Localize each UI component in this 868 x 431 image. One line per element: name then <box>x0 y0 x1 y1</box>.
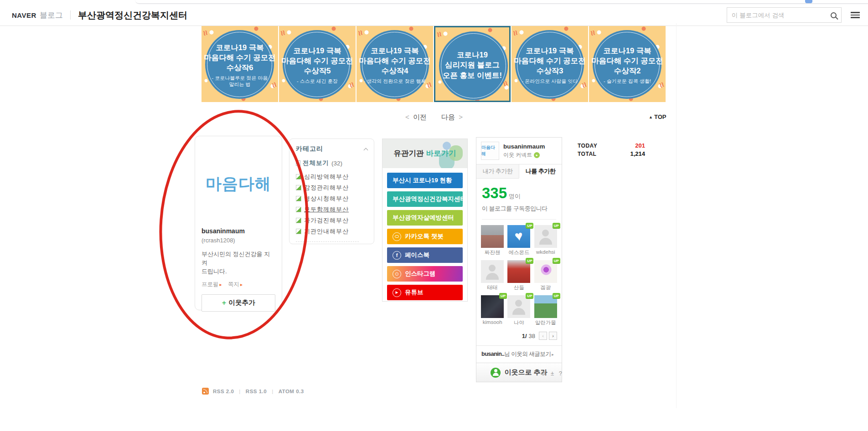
prev-arrow-icon: < <box>405 113 409 121</box>
add-neighbor-button[interactable]: + 이웃추가 <box>202 294 275 312</box>
gear-icon[interactable]: ⚙ <box>541 370 546 377</box>
carousel-badge[interactable]: 코로나19 심리지원 블로그 오픈 홍보 이벤트! <box>434 26 511 102</box>
carousel-badge[interactable]: 코로나19 극복 마음다해 수기 공모전 수상작4 - 생각의 전환으로 찾은 … <box>356 26 433 102</box>
follower-name: wkdehsi <box>534 249 557 255</box>
follower-avatar[interactable]: UP <box>481 260 504 283</box>
related-orgs-header: 유관기관 바로가기 <box>382 139 467 168</box>
menu-icon[interactable] <box>851 10 860 20</box>
widget-manage-icon[interactable]: ± <box>551 370 554 377</box>
naver-logo[interactable]: NAVER <box>12 11 36 19</box>
today-value: 201 <box>635 142 645 150</box>
up-badge: UP <box>526 223 533 228</box>
carousel-badge[interactable]: 코로나19 극복 마음다해 수기 공모전 수상작3 - 온라인으로 사람을 잇다 <box>512 26 588 102</box>
follower-avatar[interactable]: UP <box>507 225 530 248</box>
browser-chrome-line <box>135 0 868 4</box>
follower-avatar[interactable]: UP <box>534 225 557 248</box>
rss1-link[interactable]: RSS 1.0 <box>246 389 267 394</box>
up-badge: UP <box>553 258 560 263</box>
badge-subtitle: - 온라인으로 사람을 잇다 <box>522 78 578 84</box>
org-link-covid-status[interactable]: 부산시 코로나19 현황 <box>387 173 463 188</box>
atom-link[interactable]: ATOM 0.3 <box>279 389 304 394</box>
follower-item[interactable]: UP 알란가몰 <box>534 295 557 326</box>
follower-name: 짜잔챈 <box>481 249 504 256</box>
help-icon[interactable]: ? <box>559 370 562 377</box>
follower-grid: UP 짜잔챈 UP 에스몬드 UP wkdehsi UP 태태 <box>476 225 562 326</box>
visitor-stats: TODAY 201 TOTAL 1,214 <box>578 142 645 158</box>
category-item[interactable]: 자가검진해부산 <box>296 215 367 226</box>
follower-item[interactable]: UP 겜광 <box>534 260 557 291</box>
tab-i-added[interactable]: 내가 추가한 <box>476 164 519 179</box>
org-link-suicide-prevention[interactable]: 부산광역자살예방센터 <box>387 210 463 226</box>
follower-item[interactable]: UP 나야 <box>507 295 530 326</box>
follower-item[interactable]: UP kimsooh <box>481 295 504 326</box>
naver-blog-label[interactable]: 블로그 <box>40 10 63 21</box>
org-link-instagram[interactable]: 인스타그램 <box>387 266 463 282</box>
follower-name: 산들 <box>507 284 530 291</box>
total-value: 1,214 <box>630 150 645 158</box>
scroll-top-button[interactable]: ▲TOP <box>649 113 666 120</box>
org-link-facebook[interactable]: f 페이스북 <box>387 247 463 263</box>
follower-avatar[interactable]: UP <box>534 260 557 283</box>
content-edge-line <box>676 23 677 408</box>
category-all-link[interactable]: 전체보기 (32) <box>296 159 367 167</box>
rss2-link[interactable]: RSS 2.0 <box>213 389 234 394</box>
follower-item[interactable]: UP 산들 <box>507 260 530 291</box>
carousel-badge[interactable]: 코로나19 극복 마음다해 수기 공모전 수상작2 - 슬기로운 집콕 생활! <box>589 26 666 102</box>
follower-item[interactable]: UP 짜잔챈 <box>481 225 504 256</box>
follower-avatar[interactable]: UP <box>507 295 530 318</box>
carousel-badge[interactable]: 코로나19 극복 마음다해 수기 공모전 수상작6 - 코로나블루로 젖은 마음… <box>202 26 278 102</box>
memo-link[interactable]: 쪽지▸ <box>228 281 243 287</box>
subscriber-count-block: 335명이 이 블로그를 구독중입니다 <box>476 179 562 215</box>
follower-avatar[interactable]: UP <box>481 225 504 248</box>
badge-title: 코로나19 극복 마음다해 수기 공모전 수상작3 <box>514 46 586 76</box>
category-box: 카테고리 전체보기 (32) 심리방역해부산 감정관리해부산 영상시청해부산 <box>289 139 374 244</box>
arrow-icon: ▸ <box>552 352 553 357</box>
category-item[interactable]: 심리방역해부산 <box>296 171 367 182</box>
blog-thumbnail[interactable]: 마음다해 <box>481 142 499 160</box>
document-icon <box>296 160 300 166</box>
blog-title[interactable]: 부산광역정신건강복지센터 <box>78 9 187 21</box>
category-item[interactable]: 기관안내해부산 <box>296 226 367 237</box>
blog-page: NAVER 블로그 부산광역정신건강복지센터 코로나19 극복 마음다해 수기 … <box>0 0 868 431</box>
follower-avatar[interactable]: UP <box>481 295 504 318</box>
up-badge: UP <box>499 293 507 298</box>
tab-added-me[interactable]: 나를 추가한 <box>519 164 562 179</box>
prev-button[interactable]: < 이전 <box>403 113 427 121</box>
search-icon[interactable] <box>831 12 837 18</box>
carousel-badge[interactable]: 코로나19 극복 마음다해 수기 공모전 수상작5 - 스스로 새긴 훈장 <box>279 26 356 102</box>
maumdahae-logo: 마음다해 <box>206 173 271 195</box>
category-item[interactable]: 영상시청해부산 <box>296 193 367 204</box>
category-count: (32) <box>331 160 342 167</box>
category-item[interactable]: 모두함께해부산 <box>296 204 367 215</box>
org-link-kakao-chatbot[interactable]: 카카오톡 챗봇 <box>387 229 463 244</box>
org-link-youtube[interactable]: ▶ 유튜브 <box>387 285 463 300</box>
arrow-circle-icon <box>534 152 540 158</box>
follower-avatar[interactable]: UP <box>507 260 530 283</box>
follower-name: 나야 <box>507 319 530 326</box>
follower-item[interactable]: UP 태태 <box>481 260 504 291</box>
org-link-mental-health-center[interactable]: 부산광역정신건강복지센터 <box>387 191 463 207</box>
profile-link[interactable]: 프로필▸ <box>202 281 222 287</box>
collapse-icon[interactable] <box>364 148 368 152</box>
profile-links: 프로필▸ 쪽지▸ <box>202 281 275 288</box>
follower-item[interactable]: UP wkdehsi <box>534 225 557 256</box>
page-prev-button[interactable]: ‹ <box>539 332 547 340</box>
today-label: TODAY <box>578 142 597 150</box>
page-next-button[interactable]: › <box>549 332 557 340</box>
arrow-icon: ▸ <box>240 282 243 287</box>
neighbor-connect-link[interactable]: 이웃 커넥트 <box>503 151 545 159</box>
search-input[interactable] <box>732 12 831 19</box>
badge-subtitle: - 코로나블루로 젖은 마음 말리는 법 <box>212 75 268 88</box>
next-button[interactable]: 다음 > <box>441 113 465 121</box>
badge-title: 코로나19 극복 마음다해 수기 공모전 수상작2 <box>591 46 663 76</box>
kakao-chat-icon <box>393 232 401 241</box>
neighbor-feed-link[interactable]: busanin..님 이웃의 새글보기▸ <box>476 345 562 363</box>
subscriber-count: 335 <box>482 185 507 201</box>
badge-title: 코로나19 극복 마음다해 수기 공모전 수상작4 <box>359 46 431 76</box>
youtube-icon: ▶ <box>393 288 401 297</box>
follower-item[interactable]: UP 에스몬드 <box>507 225 530 256</box>
folder-icon <box>296 218 301 223</box>
category-item[interactable]: 감정관리해부산 <box>296 182 367 193</box>
plus-icon: + <box>222 298 227 308</box>
follower-avatar[interactable]: UP <box>534 295 557 318</box>
